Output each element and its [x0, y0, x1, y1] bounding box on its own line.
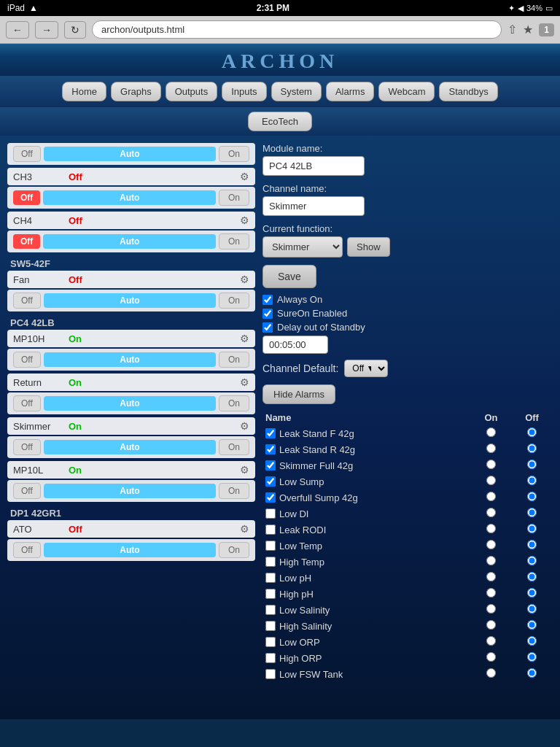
alarm-off-radio[interactable]: [511, 506, 553, 522]
skimmer-off-button[interactable]: Off: [13, 439, 41, 455]
alarm-off-radio[interactable]: [511, 441, 553, 457]
nav-graphs[interactable]: Graphs: [111, 82, 161, 101]
nav-system[interactable]: System: [271, 82, 322, 101]
alarm-checkbox[interactable]: [265, 621, 276, 631]
alarm-off-radio[interactable]: [511, 457, 553, 473]
nav-home[interactable]: Home: [62, 82, 106, 101]
off-button[interactable]: Off: [13, 146, 41, 162]
alarm-off-radio[interactable]: [511, 586, 553, 602]
ch4-gear-icon[interactable]: ⚙: [240, 214, 249, 226]
on-button[interactable]: On: [219, 146, 249, 162]
alarm-off-radio[interactable]: [511, 538, 553, 554]
alarm-off-radio[interactable]: [511, 650, 553, 666]
alarm-off-radio[interactable]: [511, 618, 553, 634]
alarm-on-radio[interactable]: [471, 570, 511, 586]
back-button[interactable]: ←: [6, 21, 29, 39]
return-on-button[interactable]: On: [219, 395, 249, 411]
nav-outputs[interactable]: Outputs: [166, 82, 218, 101]
channel-name-input[interactable]: [262, 196, 365, 216]
alarm-off-radio[interactable]: [511, 554, 553, 570]
delay-checkbox[interactable]: [262, 322, 273, 333]
ch3-off-button[interactable]: Off: [13, 190, 40, 205]
alarm-on-radio[interactable]: [471, 473, 511, 489]
function-select[interactable]: Skimmer: [262, 236, 343, 258]
ch4-auto-button[interactable]: Auto: [43, 234, 216, 249]
alarm-checkbox[interactable]: [265, 444, 276, 454]
alarm-on-radio[interactable]: [471, 425, 511, 441]
ato-off-button[interactable]: Off: [13, 542, 41, 558]
skimmer-gear-icon[interactable]: ⚙: [240, 420, 249, 432]
auto-button[interactable]: Auto: [44, 147, 216, 161]
alarm-off-radio[interactable]: [511, 570, 553, 586]
alarm-off-radio[interactable]: [511, 425, 553, 441]
mp10h-gear-icon[interactable]: ⚙: [240, 333, 249, 344]
alarm-on-radio[interactable]: [471, 634, 511, 650]
mp10h-auto-button[interactable]: Auto: [44, 352, 216, 367]
ch4-off-button[interactable]: Off: [13, 234, 40, 249]
nav-alarms[interactable]: Alarms: [326, 82, 374, 101]
forward-button[interactable]: →: [35, 21, 58, 39]
alarm-on-radio[interactable]: [471, 506, 511, 522]
alarm-checkbox[interactable]: [265, 669, 276, 679]
mp10l-auto-button[interactable]: Auto: [44, 484, 216, 498]
ato-gear-icon[interactable]: ⚙: [240, 523, 249, 535]
mp10h-on-button[interactable]: On: [219, 352, 249, 368]
fan-on-button[interactable]: On: [219, 293, 249, 309]
alarm-checkbox[interactable]: [265, 460, 276, 471]
mp10l-on-button[interactable]: On: [219, 483, 249, 499]
ch3-auto-button[interactable]: Auto: [43, 190, 216, 205]
alarm-on-radio[interactable]: [471, 457, 511, 473]
alarm-checkbox[interactable]: [265, 589, 276, 599]
alarm-checkbox[interactable]: [265, 573, 276, 583]
sureon-checkbox[interactable]: [262, 309, 273, 319]
alarm-checkbox[interactable]: [265, 541, 276, 551]
skimmer-on-button[interactable]: On: [219, 439, 249, 455]
save-button[interactable]: Save: [262, 265, 316, 288]
show-button[interactable]: Show: [347, 237, 390, 257]
channel-default-select[interactable]: Off ▼: [344, 360, 388, 377]
skimmer-auto-button[interactable]: Auto: [44, 440, 216, 454]
alarm-checkbox[interactable]: [265, 605, 276, 615]
ch4-on-button[interactable]: On: [219, 233, 249, 249]
alarm-on-radio[interactable]: [471, 618, 511, 634]
alarm-off-radio[interactable]: [511, 634, 553, 650]
url-input[interactable]: [92, 20, 502, 39]
alarm-on-radio[interactable]: [471, 602, 511, 618]
alarm-checkbox[interactable]: [265, 492, 276, 503]
nav-webcam[interactable]: Webcam: [378, 82, 435, 101]
fan-auto-button[interactable]: Auto: [44, 293, 216, 308]
mp10l-gear-icon[interactable]: ⚙: [240, 464, 249, 476]
alarm-on-radio[interactable]: [471, 650, 511, 666]
ch3-gear-icon[interactable]: ⚙: [240, 171, 249, 182]
alarm-off-radio[interactable]: [511, 666, 553, 682]
fan-off-button[interactable]: Off: [13, 293, 41, 309]
alarm-on-radio[interactable]: [471, 522, 511, 538]
alarm-on-radio[interactable]: [471, 489, 511, 506]
ato-on-button[interactable]: On: [219, 542, 249, 558]
alarm-on-radio[interactable]: [471, 586, 511, 602]
nav-ecotech[interactable]: EcoTech: [248, 112, 312, 131]
alarm-checkbox[interactable]: [265, 525, 276, 535]
alarm-checkbox[interactable]: [265, 508, 276, 519]
nav-inputs[interactable]: Inputs: [222, 82, 266, 101]
alarm-checkbox[interactable]: [265, 557, 276, 567]
always-on-checkbox[interactable]: [262, 295, 273, 305]
share-icon[interactable]: ⇧: [508, 23, 517, 36]
alarm-off-radio[interactable]: [511, 522, 553, 538]
fan-gear-icon[interactable]: ⚙: [240, 274, 249, 285]
hide-alarms-button[interactable]: Hide Alarms: [262, 384, 335, 404]
alarm-off-radio[interactable]: [511, 473, 553, 489]
delay-time-input[interactable]: [262, 336, 328, 354]
reload-button[interactable]: ↻: [64, 21, 86, 39]
module-name-input[interactable]: [262, 156, 365, 176]
alarm-on-radio[interactable]: [471, 441, 511, 457]
alarm-on-radio[interactable]: [471, 554, 511, 570]
return-auto-button[interactable]: Auto: [44, 396, 216, 411]
mp10l-off-button[interactable]: Off: [13, 483, 41, 499]
return-off-button[interactable]: Off: [13, 395, 41, 411]
alarm-checkbox[interactable]: [265, 476, 276, 487]
tab-count[interactable]: 1: [539, 23, 554, 36]
alarm-off-radio[interactable]: [511, 602, 553, 618]
nav-standbys[interactable]: Standbys: [439, 82, 497, 101]
ato-auto-button[interactable]: Auto: [44, 543, 216, 557]
